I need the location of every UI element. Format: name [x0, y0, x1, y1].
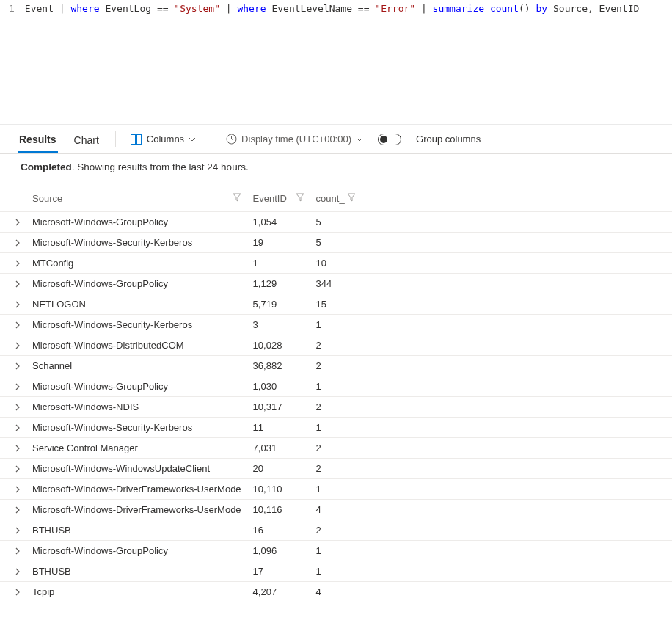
- expand-chevron-icon[interactable]: [15, 239, 21, 247]
- filter-icon[interactable]: [296, 193, 304, 202]
- cell-eventid: 1,054: [247, 212, 310, 233]
- cell-source: Microsoft-Windows-NDIS: [26, 397, 247, 418]
- line-number: 1: [6, 3, 25, 14]
- clock-icon: [226, 134, 237, 145]
- table-row[interactable]: Microsoft-Windows-DistributedCOM10,0282: [0, 335, 672, 356]
- group-columns-toggle[interactable]: [378, 134, 401, 145]
- cell-source: NETLOGON: [26, 294, 247, 315]
- expand-chevron-icon[interactable]: [15, 362, 21, 370]
- table-row[interactable]: Schannel36,8822: [0, 356, 672, 376]
- filter-icon[interactable]: [347, 193, 356, 202]
- table-row[interactable]: Microsoft-Windows-GroupPolicy1,129344: [0, 274, 672, 294]
- header-label: count_: [316, 193, 345, 204]
- expand-chevron-icon[interactable]: [15, 260, 21, 267]
- cell-eventid: 5,719: [247, 294, 310, 315]
- table-row[interactable]: Microsoft-Windows-DriverFrameworks-UserM…: [0, 479, 672, 500]
- cell-count: 2: [310, 520, 362, 541]
- table-row[interactable]: Service Control Manager7,0312: [0, 438, 672, 459]
- tab-chart[interactable]: Chart: [73, 127, 101, 152]
- toggle-knob: [380, 136, 387, 143]
- cell-eventid: 1,030: [247, 376, 310, 397]
- expand-chevron-icon[interactable]: [15, 280, 21, 288]
- table-row[interactable]: Microsoft-Windows-Security-Kerberos195: [0, 233, 672, 253]
- expand-chevron-icon[interactable]: [15, 547, 21, 555]
- table-row[interactable]: MTConfig110: [0, 253, 672, 274]
- expand-chevron-icon[interactable]: [15, 383, 21, 390]
- cell-eventid: 10,028: [247, 335, 310, 356]
- column-header-count[interactable]: count_: [310, 180, 362, 212]
- table-row[interactable]: Microsoft-Windows-GroupPolicy1,0545: [0, 212, 672, 233]
- cell-eventid: 16: [247, 520, 310, 541]
- column-header-eventid[interactable]: EventID: [247, 180, 310, 212]
- chevron-down-icon: [356, 137, 363, 142]
- cell-eventid: 4,207: [247, 582, 310, 602]
- cell-count: 1: [310, 479, 362, 500]
- expand-chevron-icon[interactable]: [15, 445, 21, 452]
- filter-icon[interactable]: [233, 193, 241, 202]
- cell-eventid: 3: [247, 315, 310, 335]
- table-row[interactable]: Microsoft-Windows-Security-Kerberos111: [0, 418, 672, 438]
- tab-results[interactable]: Results: [18, 126, 58, 153]
- cell-source: Microsoft-Windows-Security-Kerberos: [26, 418, 247, 438]
- table-row[interactable]: Microsoft-Windows-Security-Kerberos31: [0, 315, 672, 335]
- column-header-source[interactable]: Source: [26, 180, 247, 212]
- table-row[interactable]: NETLOGON5,71915: [0, 294, 672, 315]
- table-row[interactable]: Microsoft-Windows-GroupPolicy1,0301: [0, 376, 672, 397]
- table-row[interactable]: Microsoft-Windows-DriverFrameworks-UserM…: [0, 500, 672, 520]
- table-row[interactable]: Microsoft-Windows-NDIS10,3172: [0, 397, 672, 418]
- query-editor[interactable]: 1 Event | where EventLog == "System" | w…: [0, 0, 672, 125]
- divider: [211, 131, 211, 147]
- expand-chevron-icon[interactable]: [15, 301, 21, 308]
- cell-eventid: 1,096: [247, 541, 310, 561]
- expand-chevron-icon[interactable]: [15, 527, 21, 534]
- cell-count: 1: [310, 541, 362, 561]
- group-columns-label: Group columns: [416, 134, 481, 145]
- chevron-down-icon: [189, 137, 196, 142]
- expand-chevron-icon[interactable]: [15, 424, 21, 431]
- columns-button[interactable]: Columns: [131, 134, 196, 145]
- expand-chevron-icon[interactable]: [15, 465, 21, 473]
- results-table: Source EventID count_ Microsoft-Windows-…: [0, 180, 672, 602]
- cell-source: Schannel: [26, 356, 247, 376]
- cell-count: 5: [310, 212, 362, 233]
- cell-source: Tcpip: [26, 582, 247, 602]
- cell-count: 1: [310, 376, 362, 397]
- cell-count: 2: [310, 356, 362, 376]
- cell-eventid: 19: [247, 233, 310, 253]
- cell-count: 344: [310, 274, 362, 294]
- cell-source: Microsoft-Windows-Security-Kerberos: [26, 233, 247, 253]
- expand-chevron-icon[interactable]: [15, 568, 21, 575]
- expand-chevron-icon[interactable]: [15, 342, 21, 349]
- cell-count: 2: [310, 397, 362, 418]
- cell-count: 4: [310, 582, 362, 602]
- cell-source: BTHUSB: [26, 561, 247, 582]
- expand-chevron-icon[interactable]: [15, 219, 21, 226]
- cell-source: Microsoft-Windows-WindowsUpdateClient: [26, 459, 247, 479]
- cell-source: Microsoft-Windows-GroupPolicy: [26, 376, 247, 397]
- columns-label: Columns: [147, 134, 184, 145]
- cell-count: 1: [310, 315, 362, 335]
- status-line: Completed. Showing results from the last…: [0, 154, 672, 180]
- expand-chevron-icon[interactable]: [15, 589, 21, 596]
- expand-chevron-icon[interactable]: [15, 506, 21, 514]
- table-row[interactable]: Microsoft-Windows-WindowsUpdateClient202: [0, 459, 672, 479]
- cell-count: 4: [310, 500, 362, 520]
- expand-chevron-icon[interactable]: [15, 404, 21, 411]
- display-time-button[interactable]: Display time (UTC+00:00): [226, 134, 363, 145]
- cell-source: MTConfig: [26, 253, 247, 274]
- table-row[interactable]: Tcpip4,2074: [0, 582, 672, 602]
- cell-eventid: 17: [247, 561, 310, 582]
- cell-count: 1: [310, 561, 362, 582]
- cell-source: Microsoft-Windows-DistributedCOM: [26, 335, 247, 356]
- cell-eventid: 7,031: [247, 438, 310, 459]
- cell-source: Microsoft-Windows-GroupPolicy: [26, 274, 247, 294]
- status-completed: Completed: [21, 161, 72, 172]
- cell-source: Microsoft-Windows-GroupPolicy: [26, 212, 247, 233]
- table-row[interactable]: Microsoft-Windows-GroupPolicy1,0961: [0, 541, 672, 561]
- table-row[interactable]: BTHUSB162: [0, 520, 672, 541]
- query-text[interactable]: Event | where EventLog == "System" | whe…: [25, 3, 640, 14]
- table-row[interactable]: BTHUSB171: [0, 561, 672, 582]
- display-time-label: Display time (UTC+00:00): [241, 134, 351, 145]
- expand-chevron-icon[interactable]: [15, 321, 21, 329]
- expand-chevron-icon[interactable]: [15, 486, 21, 493]
